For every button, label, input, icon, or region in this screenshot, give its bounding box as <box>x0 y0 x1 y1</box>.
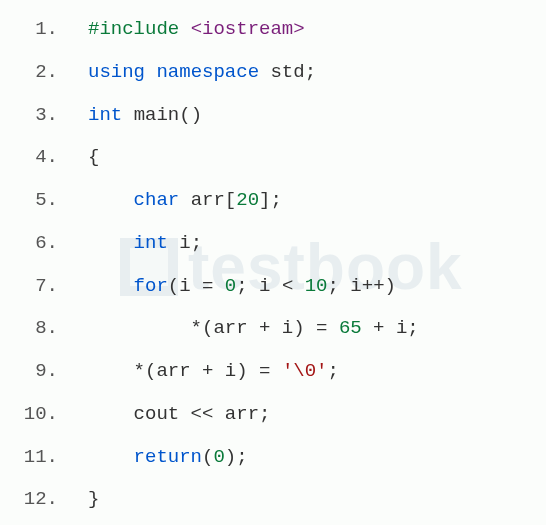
line-number: 10. <box>0 393 88 436</box>
code-line: 6. int i; <box>0 222 546 265</box>
token: arr <box>191 189 225 211</box>
code-line: 1.#include <iostream> <box>0 8 546 51</box>
code-content: return(0); <box>88 436 248 479</box>
token: for <box>134 275 168 297</box>
token: << <box>179 403 225 425</box>
code-content: using namespace std; <box>88 51 316 94</box>
line-number: 2. <box>0 51 88 94</box>
code-line: 8. *(arr + i) = 65 + i; <box>0 307 546 350</box>
code-content: int i; <box>88 222 202 265</box>
token: ( <box>168 275 179 297</box>
token: *( <box>88 360 156 382</box>
code-content: *(arr + i) = 65 + i; <box>88 307 419 350</box>
token: } <box>88 488 99 510</box>
token: ; <box>236 275 259 297</box>
token: ; <box>191 232 202 254</box>
token: main <box>134 104 180 126</box>
token <box>88 446 134 468</box>
token: namespace <box>156 61 259 83</box>
code-content: for(i = 0; i < 10; i++) <box>88 265 396 308</box>
token <box>88 275 134 297</box>
code-line: 9. *(arr + i) = '\0'; <box>0 350 546 393</box>
code-line: 10. cout << arr; <box>0 393 546 436</box>
token: *( <box>88 317 213 339</box>
token: { <box>88 146 99 168</box>
token: arr <box>213 317 247 339</box>
token <box>179 189 190 211</box>
token <box>88 232 134 254</box>
token: std <box>270 61 304 83</box>
token: #include <box>88 18 179 40</box>
code-block: 1.#include <iostream>2.using namespace s… <box>0 0 546 521</box>
token: ( <box>202 446 213 468</box>
token: i <box>225 360 236 382</box>
token: + <box>248 317 282 339</box>
token: 65 <box>339 317 362 339</box>
token: 20 <box>236 189 259 211</box>
token <box>88 189 134 211</box>
token: char <box>134 189 180 211</box>
code-line: 2.using namespace std; <box>0 51 546 94</box>
code-content: int main() <box>88 94 202 137</box>
token: ) = <box>293 317 339 339</box>
token: ; <box>305 61 316 83</box>
code-content: cout << arr; <box>88 393 270 436</box>
token: () <box>179 104 202 126</box>
token: cout <box>134 403 180 425</box>
token: i <box>179 232 190 254</box>
code-content: #include <iostream> <box>88 8 305 51</box>
line-number: 1. <box>0 8 88 51</box>
line-number: 6. <box>0 222 88 265</box>
line-number: 12. <box>0 478 88 521</box>
token: ) = <box>236 360 282 382</box>
token: + <box>362 317 396 339</box>
token: + <box>191 360 225 382</box>
token <box>179 18 190 40</box>
token: ]; <box>259 189 282 211</box>
code-content: char arr[20]; <box>88 179 282 222</box>
line-number: 3. <box>0 94 88 137</box>
token: i <box>350 275 361 297</box>
code-line: 7. for(i = 0; i < 10; i++) <box>0 265 546 308</box>
token: ; <box>327 360 338 382</box>
token: 0 <box>213 446 224 468</box>
code-line: 11. return(0); <box>0 436 546 479</box>
token: '\0' <box>282 360 328 382</box>
token: int <box>88 104 122 126</box>
code-line: 12.} <box>0 478 546 521</box>
token <box>168 232 179 254</box>
token: 0 <box>225 275 236 297</box>
token <box>88 403 134 425</box>
token: ; <box>259 403 270 425</box>
token <box>122 104 133 126</box>
line-number: 9. <box>0 350 88 393</box>
token: = <box>191 275 225 297</box>
token <box>259 61 270 83</box>
token: return <box>134 446 202 468</box>
line-number: 7. <box>0 265 88 308</box>
code-line: 5. char arr[20]; <box>0 179 546 222</box>
code-line: 4.{ <box>0 136 546 179</box>
token: i <box>259 275 270 297</box>
token: ; <box>328 275 351 297</box>
token: ); <box>225 446 248 468</box>
token: i <box>396 317 407 339</box>
token: < <box>270 275 304 297</box>
token: i <box>179 275 190 297</box>
code-line: 3.int main() <box>0 94 546 137</box>
token: ; <box>407 317 418 339</box>
token: int <box>134 232 168 254</box>
token: i <box>282 317 293 339</box>
line-number: 5. <box>0 179 88 222</box>
line-number: 11. <box>0 436 88 479</box>
code-content: } <box>88 478 99 521</box>
token <box>145 61 156 83</box>
line-number: 8. <box>0 307 88 350</box>
code-content: *(arr + i) = '\0'; <box>88 350 339 393</box>
line-number: 4. <box>0 136 88 179</box>
token: <iostream> <box>191 18 305 40</box>
code-content: { <box>88 136 99 179</box>
token: arr <box>156 360 190 382</box>
token: arr <box>225 403 259 425</box>
token: [ <box>225 189 236 211</box>
